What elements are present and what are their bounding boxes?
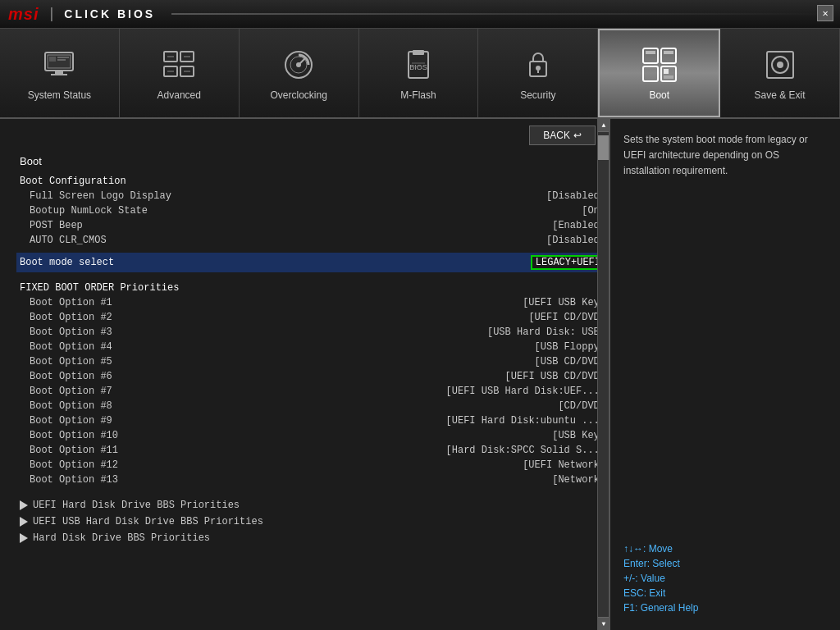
tab-advanced[interactable]: Advanced (120, 29, 240, 117)
overclocking-icon (279, 45, 318, 84)
numlock-state-row[interactable]: Bootup NumLock State [On] (16, 203, 609, 218)
left-panel: BACK ↩ Boot Boot Configuration Full Scre… (0, 119, 610, 630)
fixed-boot-header: FIXED BOOT ORDER Priorities (16, 281, 609, 295)
scroll-up-button[interactable]: ▲ (598, 119, 609, 132)
tab-boot[interactable]: Boot (598, 29, 720, 117)
tab-boot-label: Boot (649, 89, 669, 101)
boot-option-1[interactable]: Boot Option #1 [UEFI USB Key] (16, 295, 609, 310)
boot-icon (640, 45, 679, 84)
boot-section-title: Boot (16, 155, 609, 167)
boot-option-10[interactable]: Boot Option #10 [USB Key] (16, 428, 609, 443)
scrollbar[interactable]: ▲ ▼ (597, 119, 609, 630)
main-content: BACK ↩ Boot Boot Configuration Full Scre… (0, 119, 840, 630)
svg-point-37 (777, 62, 783, 68)
svg-rect-6 (57, 59, 66, 61)
boot-option-3[interactable]: Boot Option #3 [USB Hard Disk: USB] (16, 325, 609, 340)
header-decoration (171, 13, 832, 15)
svg-rect-4 (49, 57, 56, 62)
tab-security[interactable]: Security (478, 29, 598, 117)
uefi-usb-hdd-bbs[interactable]: UEFI USB Hard Disk Drive BBS Priorities (16, 514, 609, 530)
back-button[interactable]: BACK ↩ (529, 126, 596, 145)
content-area: Boot Boot Configuration Full Screen Logo… (0, 152, 609, 630)
security-icon (518, 45, 558, 84)
tab-system-status-label: System Status (28, 89, 91, 101)
uefi-hdd-bbs-arrow (20, 500, 28, 510)
boot-option-9[interactable]: Boot Option #9 [UEFI Hard Disk:ubuntu ..… (16, 413, 609, 428)
close-button[interactable]: ✕ (817, 5, 833, 21)
header: msi | CLICK BIOS ✕ (0, 0, 840, 29)
tab-security-label: Security (520, 89, 555, 101)
uefi-hdd-bbs[interactable]: UEFI Hard Disk Drive BBS Priorities (16, 497, 609, 514)
svg-rect-3 (51, 74, 67, 75)
uefi-usb-hdd-bbs-arrow (20, 517, 28, 527)
scroll-down-button[interactable]: ▼ (598, 617, 609, 630)
svg-rect-29 (643, 66, 658, 81)
boot-option-13[interactable]: Boot Option #13 [Network] (16, 472, 609, 487)
nav-bar: System Status Advanced (0, 29, 840, 119)
svg-point-25 (536, 66, 541, 71)
tab-save-exit-label: Save & Exit (755, 89, 806, 101)
svg-rect-33 (664, 69, 669, 74)
boot-mode-select-row[interactable]: Boot mode select LEGACY+UEFI (16, 253, 609, 272)
right-panel: Sets the system boot mode from legacy or… (610, 119, 840, 630)
scroll-thumb[interactable] (598, 135, 609, 160)
boot-option-7[interactable]: Boot Option #7 [UEFI USB Hard Disk:UEF..… (16, 384, 609, 399)
key-hint-f1: F1: General Help (623, 602, 827, 614)
full-screen-logo-row[interactable]: Full Screen Logo Display [Disabled] (16, 189, 609, 203)
boot-option-5[interactable]: Boot Option #5 [USB CD/DVD] (16, 354, 609, 369)
msi-brand: msi (8, 5, 39, 24)
tab-overclocking-label: Overclocking (270, 89, 326, 101)
svg-rect-34 (664, 75, 673, 79)
bios-title: CLICK BIOS (64, 7, 155, 21)
key-hint-value: +/-: Value (623, 573, 827, 584)
save-exit-icon (760, 45, 800, 84)
key-hint-esc: ESC: Exit (623, 587, 827, 599)
boot-mode-value: LEGACY+UEFI (531, 255, 605, 270)
tab-system-status[interactable]: System Status (0, 29, 120, 117)
boot-config-header: Boot Configuration (16, 174, 609, 189)
tab-advanced-label: Advanced (158, 89, 201, 101)
svg-rect-20 (413, 50, 424, 55)
advanced-icon (159, 45, 199, 84)
panel-header: BACK ↩ (0, 119, 609, 152)
boot-option-6[interactable]: Boot Option #6 [UEFI USB CD/DVD] (16, 369, 609, 384)
msi-logo: msi | CLICK BIOS (8, 5, 155, 24)
boot-option-11[interactable]: Boot Option #11 [Hard Disk:SPCC Solid S.… (16, 443, 609, 458)
boot-option-12[interactable]: Boot Option #12 [UEFI Network] (16, 458, 609, 472)
key-hints: ↑↓↔: Move Enter: Select +/-: Value ESC: … (623, 543, 827, 617)
svg-rect-28 (661, 48, 676, 63)
tab-save-exit[interactable]: Save & Exit (720, 29, 840, 117)
system-status-icon (39, 45, 79, 84)
svg-rect-2 (55, 71, 63, 74)
key-hint-enter: Enter: Select (623, 558, 827, 569)
post-beep-row[interactable]: POST Beep [Enabled] (16, 218, 609, 233)
svg-text:BIOS: BIOS (409, 63, 427, 71)
mflash-icon: BIOS (399, 45, 438, 84)
boot-option-8[interactable]: Boot Option #8 [CD/DVD] (16, 399, 609, 413)
tab-mflash-label: M-Flash (400, 89, 436, 101)
bios-table: Boot Configuration Full Screen Logo Disp… (16, 174, 609, 546)
tab-overclocking[interactable]: Overclocking (240, 29, 359, 117)
bbs-priorities-section: UEFI Hard Disk Drive BBS Priorities UEFI… (16, 497, 609, 546)
hdd-bbs[interactable]: Hard Disk Drive BBS Priorities (16, 530, 609, 546)
hdd-bbs-arrow (20, 533, 28, 543)
logo-divider: | (47, 6, 56, 22)
boot-option-2[interactable]: Boot Option #2 [UEFI CD/DVD] (16, 310, 609, 325)
tab-mflash[interactable]: BIOS M-Flash (359, 29, 479, 117)
svg-rect-32 (664, 51, 673, 54)
svg-line-18 (299, 58, 305, 65)
boot-option-4[interactable]: Boot Option #4 [USB Floppy] (16, 340, 609, 354)
auto-clr-cmos-row[interactable]: AUTO CLR_CMOS [Disabled] (16, 233, 609, 248)
key-hint-move: ↑↓↔: Move (623, 543, 827, 555)
help-description: Sets the system boot mode from legacy or… (623, 132, 827, 180)
svg-rect-5 (57, 57, 69, 58)
svg-rect-27 (643, 48, 658, 63)
svg-rect-31 (646, 51, 655, 54)
